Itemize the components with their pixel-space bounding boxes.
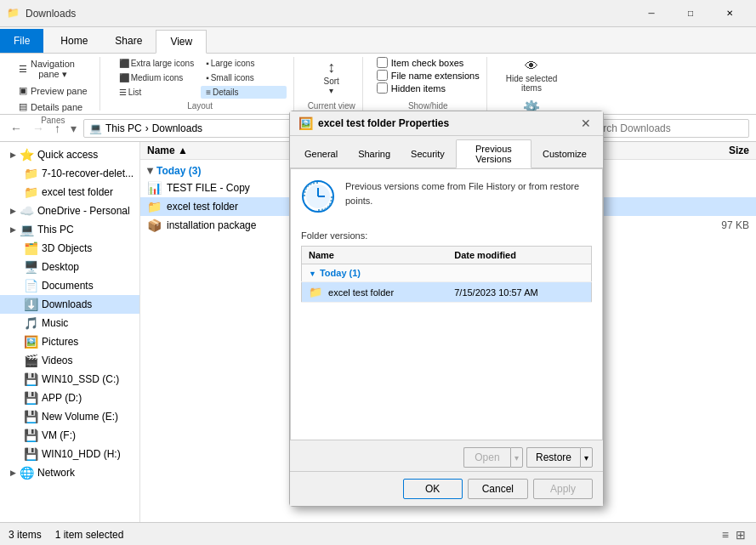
preview-pane-label: Preview pane [31, 86, 88, 96]
open-split-button: Open ▾ [463, 447, 523, 468]
documents-icon: 📄 [24, 279, 38, 292]
tab-share[interactable]: Share [101, 29, 156, 53]
large-icons-icon: ▪ [206, 59, 209, 68]
sidebar-item-this-pc[interactable]: ▶ 💻 This PC [0, 220, 139, 239]
sidebar-item-win10-hdd[interactable]: 💾 WIN10_HDD (H:) [0, 445, 139, 463]
sort-button[interactable]: ↕ Sort ▾ [319, 57, 344, 97]
dialog-tabs: General Sharing Security Previous Versio… [290, 136, 603, 168]
dialog-tab-general[interactable]: General [295, 139, 347, 167]
navigation-pane-button[interactable]: ☰ Navigationpane ▾ [14, 57, 80, 82]
navigation-pane-label: Navigationpane ▾ [31, 59, 75, 80]
sidebar-item-downloads[interactable]: ⬇️ Downloads [0, 295, 139, 314]
breadcrumb-thispc[interactable]: This PC [105, 122, 142, 134]
file-name-extensions-check[interactable]: File name extensions [377, 70, 480, 81]
cancel-button[interactable]: Cancel [468, 479, 528, 499]
show-hide-label: Show/hide [408, 99, 448, 111]
dialog-actions-bottom: OK Cancel Apply [290, 471, 603, 506]
versions-item-name: excel test folder [328, 287, 394, 298]
sidebar-item-music[interactable]: 🎵 Music [0, 314, 139, 332]
list-button[interactable]: ☰ List [114, 86, 199, 99]
sidebar-item-3d-objects[interactable]: 🗂️ 3D Objects [0, 239, 139, 258]
dialog-tab-customize[interactable]: Customize [533, 139, 596, 167]
item-check-boxes-check[interactable]: Item check boxes [377, 57, 480, 68]
sidebar-item-app-d[interactable]: 💾 APP (D:) [0, 389, 139, 407]
music-icon: 🎵 [24, 316, 38, 330]
3d-objects-label: 3D Objects [42, 242, 92, 254]
sidebar-item-desktop[interactable]: 🖥️ Desktop [0, 258, 139, 276]
sidebar-item-7-10-recover[interactable]: 📁 7-10-recover-delet... [0, 164, 139, 183]
sidebar-item-pictures[interactable]: 🖼️ Pictures [0, 332, 139, 351]
close-button[interactable]: ✕ [710, 0, 749, 27]
details-pane-button[interactable]: ▤ Details pane [14, 99, 88, 114]
restore-button[interactable]: Restore [526, 447, 580, 468]
folder-7-10-label: 7-10-recover-delet... [42, 167, 134, 179]
ribbon-group-options: 👁 Hide selected items ⚙️ Options [494, 57, 570, 111]
sidebar-item-documents[interactable]: 📄 Documents [0, 276, 139, 295]
ribbon-group-panes: ☰ Navigationpane ▾ ▣ Preview pane ▤ Deta… [7, 57, 100, 111]
open-button[interactable]: Open [463, 447, 510, 468]
versions-item-row[interactable]: 📁 excel test folder 7/15/2023 10:57 AM [302, 282, 592, 303]
apply-button[interactable]: Apply [533, 479, 593, 499]
file-name-extensions-input[interactable] [377, 70, 388, 81]
large-view-toggle[interactable]: ⊞ [734, 526, 747, 543]
dialog-tab-previous-versions[interactable]: Previous Versions [456, 139, 531, 168]
dialog-close-button[interactable]: ✕ [577, 116, 594, 130]
minimize-button[interactable]: ─ [632, 0, 671, 27]
extra-large-icon: ⬛ [119, 59, 129, 68]
sidebar-item-quick-access[interactable]: ▶ ⭐ Quick access [0, 145, 139, 164]
recent-locations-button[interactable]: ▾ [67, 120, 80, 137]
sidebar-item-new-volume[interactable]: 💾 New Volume (E:) [0, 407, 139, 426]
ok-button[interactable]: OK [403, 479, 463, 499]
file-size-installation: 97 KB [681, 219, 749, 231]
details-icon: ≡ [206, 88, 211, 97]
restore-split-button: Restore ▾ [526, 447, 593, 468]
back-button[interactable]: ← [7, 120, 26, 137]
tab-home[interactable]: Home [47, 29, 101, 53]
preview-pane-button[interactable]: ▣ Preview pane [14, 83, 93, 98]
restore-dropdown-button[interactable]: ▾ [580, 447, 593, 468]
hidden-items-check[interactable]: Hidden items [377, 82, 480, 94]
this-pc-arrow: ▶ [10, 225, 16, 234]
hidden-items-input[interactable] [377, 82, 388, 94]
versions-table: Name Date modified ▼Today (1) 📁 excel te… [301, 246, 592, 303]
hide-selected-button[interactable]: 👁 Hide selected items [501, 57, 563, 94]
versions-col-date[interactable]: Date modified [447, 247, 591, 264]
details-view-toggle[interactable]: ≡ [720, 526, 730, 543]
sidebar-item-onedrive[interactable]: ▶ ☁️ OneDrive - Personal [0, 202, 139, 220]
versions-col-name[interactable]: Name [302, 247, 448, 264]
sidebar-item-network[interactable]: ▶ 🌐 Network [0, 463, 139, 482]
sidebar-item-vm-f[interactable]: 💾 VM (F:) [0, 426, 139, 445]
tab-file[interactable]: File [0, 29, 43, 53]
status-bar-view-toggles: ≡ ⊞ [720, 526, 747, 543]
item-check-boxes-input[interactable] [377, 57, 388, 68]
desktop-label: Desktop [42, 261, 79, 273]
dialog-tab-security[interactable]: Security [401, 139, 454, 167]
versions-group-today: ▼Today (1) [302, 264, 592, 282]
tab-view[interactable]: View [156, 30, 207, 54]
breadcrumb-downloads[interactable]: Downloads [152, 122, 202, 134]
ribbon-tabs: File Home Share View [0, 27, 756, 53]
app-d-label: APP (D:) [42, 392, 82, 404]
maximize-button[interactable]: □ [671, 0, 710, 27]
large-icons-button[interactable]: ▪ Large icons [201, 57, 286, 70]
col-size-header[interactable]: Size [681, 145, 749, 156]
today-collapse-arrow[interactable]: ▶ [146, 168, 155, 174]
title-bar-icon: 📁 [7, 7, 20, 20]
extra-large-icons-button[interactable]: ⬛ Extra large icons [114, 57, 199, 70]
small-icons-button[interactable]: ▪ Small icons [201, 71, 286, 84]
open-dropdown-button[interactable]: ▾ [510, 447, 523, 468]
sidebar-item-excel-test[interactable]: 📁 excel test folder [0, 183, 139, 202]
sidebar-item-videos[interactable]: 🎬 Videos [0, 351, 139, 370]
details-button[interactable]: ≡ Details [201, 86, 286, 99]
vm-f-icon: 💾 [24, 429, 38, 442]
search-input[interactable] [579, 119, 749, 138]
forward-button[interactable]: → [29, 120, 48, 137]
sidebar-item-win10-ssd[interactable]: 💾 WIN10_SSD (C:) [0, 370, 139, 389]
dialog-tab-sharing[interactable]: Sharing [349, 139, 400, 167]
title-bar-title: Downloads [26, 8, 632, 20]
videos-label: Videos [42, 355, 72, 366]
list-icon: ☰ [119, 88, 127, 97]
properties-dialog: 🖼️ excel test folder Properties ✕ Genera… [289, 111, 604, 507]
up-button[interactable]: ↑ [51, 120, 64, 137]
medium-icons-button[interactable]: ⬛ Medium icons [114, 71, 199, 84]
